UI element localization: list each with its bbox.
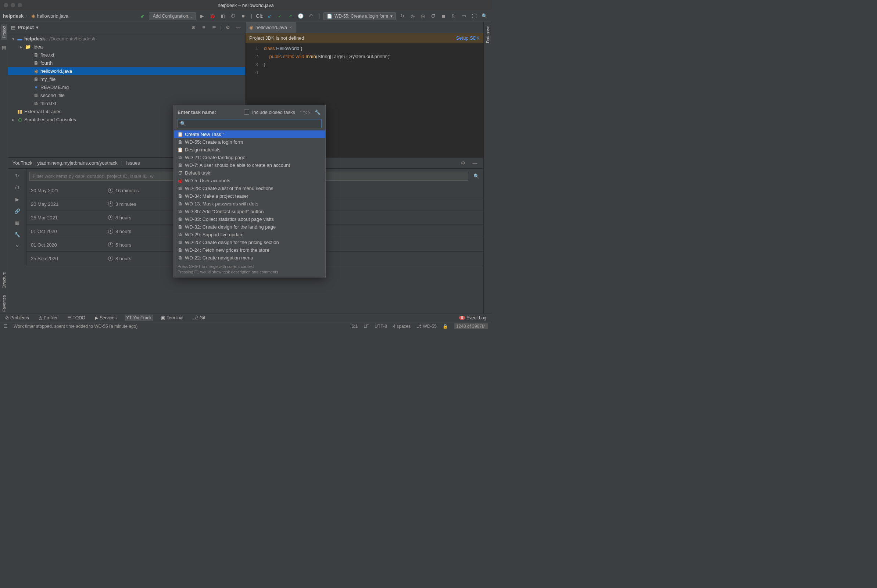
task-list-item[interactable]: 🗎WD-35: Add "Contact support" button <box>174 208 325 215</box>
tree-root[interactable]: ▾▬helpdesk ~/Documents/helpdesk <box>8 34 245 43</box>
task-search-input[interactable] <box>188 121 319 126</box>
expand-all-icon[interactable]: ≡ <box>200 24 208 32</box>
youtrack-issues-label[interactable]: Issues <box>126 160 140 166</box>
task-list-item[interactable]: 🐞WD-5: User accounts <box>174 177 325 184</box>
project-tool-tab[interactable]: Project <box>1 24 7 40</box>
task-list-item[interactable]: 📋Design materials <box>174 146 325 154</box>
start-timer-icon[interactable]: ▶ <box>13 195 21 203</box>
favorites-tool-tab[interactable]: Favorites <box>1 294 7 313</box>
task-list[interactable]: 📋Create New Task ''🗎WD-55: Create a logi… <box>174 130 325 262</box>
tree-file[interactable]: ▾README.md <box>8 83 245 91</box>
maximize-window-icon[interactable] <box>18 3 22 8</box>
close-window-icon[interactable] <box>4 3 8 8</box>
git-history-icon[interactable]: 🕘 <box>297 12 305 20</box>
task-list-item[interactable]: 🗎WD-13: Mask passwords with dots <box>174 200 325 208</box>
git-rollback-icon[interactable]: ↶ <box>307 12 315 20</box>
todo-tab[interactable]: ☰ TODO <box>66 315 87 321</box>
context-icon[interactable]: ◎ <box>419 12 427 20</box>
run-configuration-dropdown[interactable]: Add Configuration... <box>149 12 196 20</box>
task-list-item[interactable]: 🗎WD-55: Create a login form <box>174 138 325 146</box>
tree-idea-folder[interactable]: ▸📁.idea <box>8 43 245 51</box>
tree-file[interactable]: 🗎second_file <box>8 91 245 99</box>
close-tab-icon[interactable]: × <box>289 25 292 30</box>
wrench-icon[interactable]: 🔧 <box>13 230 21 238</box>
wrench-icon[interactable]: 🔧 <box>313 108 322 116</box>
gear-icon[interactable]: ⚙ <box>224 24 232 32</box>
search-icon[interactable]: 🔍 <box>473 172 480 180</box>
event-log-tab[interactable]: 9 Event Log <box>457 315 488 321</box>
build-icon[interactable]: ⬋ <box>139 12 147 20</box>
task-list-item[interactable]: 🗎WD-32: Create design for the landing pa… <box>174 223 325 231</box>
database-tool-tab[interactable]: Database <box>485 24 491 45</box>
youtrack-tab[interactable]: YT YouTrack <box>124 315 153 321</box>
commit-tool-tab-icon[interactable]: ▤ <box>0 44 8 51</box>
structure-tool-tab[interactable]: Structure <box>1 270 7 290</box>
popup-search[interactable]: 🔍 <box>177 119 322 128</box>
memory-indicator[interactable]: 1240 of 3987M <box>454 323 488 329</box>
include-closed-label[interactable]: Include closed tasks <box>252 110 295 115</box>
services-tab[interactable]: ▶ Services <box>93 315 118 321</box>
new-work-icon[interactable]: ⏱ <box>13 183 21 192</box>
task-tool-icon[interactable]: ◷ <box>408 12 417 20</box>
git-push-icon[interactable]: ↗ <box>286 12 294 20</box>
task-list-item[interactable]: 🗎WD-24: Fetch new prices from the store <box>174 246 325 254</box>
git-update-icon[interactable]: ↙ <box>266 12 274 20</box>
include-closed-checkbox[interactable] <box>244 110 249 115</box>
task-list-item[interactable]: ⏱Default task <box>174 169 325 177</box>
task-list-item[interactable]: 🗎WD-33: Collect statistics about page vi… <box>174 215 325 223</box>
project-view-title[interactable]: Project <box>18 25 34 30</box>
coverage-icon[interactable]: ◧ <box>219 12 227 20</box>
profiler-tab[interactable]: ◷ Profiler <box>37 315 59 321</box>
task-dropdown[interactable]: 📄 WD-55: Create a login form ▾ <box>324 12 396 20</box>
line-separator[interactable]: LF <box>364 324 369 329</box>
sync-icon[interactable]: ↻ <box>398 12 406 20</box>
search-everywhere-icon[interactable]: 🔍 <box>480 12 489 20</box>
stop-icon[interactable]: ■ <box>239 12 247 20</box>
editor-tab-helloworld[interactable]: ◉ helloworld.java × <box>246 22 296 33</box>
locate-icon[interactable]: ⊕ <box>190 24 198 32</box>
minimize-window-icon[interactable] <box>10 3 15 8</box>
window-tool-icon[interactable]: ▭ <box>460 12 468 20</box>
youtrack-server[interactable]: ytadmineng.myjetbrains.com/youtrack <box>37 160 118 166</box>
task-list-item[interactable]: 🗎WD-21: Create landing page <box>174 154 325 161</box>
task-list-item[interactable]: 🗎WD-28: Create a list of the menu sectio… <box>174 184 325 192</box>
post-time-icon[interactable]: ⎘ <box>450 12 457 20</box>
timer-stop-icon[interactable]: ⏹ <box>439 12 447 20</box>
tree-file[interactable]: 🗎fixe.txt <box>8 51 245 59</box>
lock-icon[interactable]: 🔒 <box>442 324 448 329</box>
timer-start-icon[interactable]: ⏱ <box>429 12 437 20</box>
tree-file[interactable]: 🗎fourth <box>8 59 245 67</box>
git-commit-icon[interactable]: ✓ <box>276 12 284 20</box>
setup-sdk-link[interactable]: Setup SDK <box>456 35 480 41</box>
profiler-run-icon[interactable]: ⏱ <box>229 12 237 20</box>
navigation-breadcrumb[interactable]: helpdesk 〉 ◉ helloworld.java <box>3 13 68 20</box>
refresh-icon[interactable]: ↻ <box>13 172 21 180</box>
task-list-item[interactable]: 🗎WD-29: Support live update <box>174 231 325 238</box>
help-icon[interactable]: ? <box>13 242 21 250</box>
task-list-item[interactable]: 🗎WD-7: A user should be able to create a… <box>174 161 325 169</box>
minimize-panel-icon[interactable]: — <box>471 159 479 167</box>
link-icon[interactable]: 🔗 <box>13 207 21 215</box>
terminal-tab[interactable]: ▣ Terminal <box>159 315 184 321</box>
tree-file[interactable]: ◉helloworld.java <box>8 67 245 75</box>
problems-tab[interactable]: ⊘ Problems <box>4 315 30 321</box>
run-icon[interactable]: ▶ <box>198 12 206 20</box>
gear-icon[interactable]: ⚙ <box>459 159 467 167</box>
expand-icon[interactable]: ⛶ <box>470 12 478 20</box>
git-tab[interactable]: ⎇ Git <box>192 315 207 321</box>
collapse-all-icon[interactable]: ≣ <box>210 24 218 32</box>
window-controls[interactable] <box>4 3 22 8</box>
task-list-item[interactable]: 🗎WD-34: Make a project teaser <box>174 192 325 200</box>
debug-icon[interactable]: 🐞 <box>208 12 216 20</box>
breadcrumb-project[interactable]: helpdesk <box>3 13 24 19</box>
caret-position[interactable]: 6:1 <box>352 324 358 329</box>
tree-file[interactable]: 🗎my_file <box>8 75 245 83</box>
minimize-panel-icon[interactable]: — <box>234 24 242 32</box>
chevron-down-icon[interactable]: ▾ <box>36 25 39 30</box>
indent-setting[interactable]: 4 spaces <box>393 324 411 329</box>
task-list-item[interactable]: 🗎WD-22: Create navigation menu <box>174 254 325 262</box>
git-branch-status[interactable]: ⎇ WD-55 <box>417 324 437 329</box>
group-icon[interactable]: ▦ <box>13 219 21 227</box>
task-list-item[interactable]: 📋Create New Task '' <box>174 130 325 138</box>
file-encoding[interactable]: UTF-8 <box>375 324 387 329</box>
